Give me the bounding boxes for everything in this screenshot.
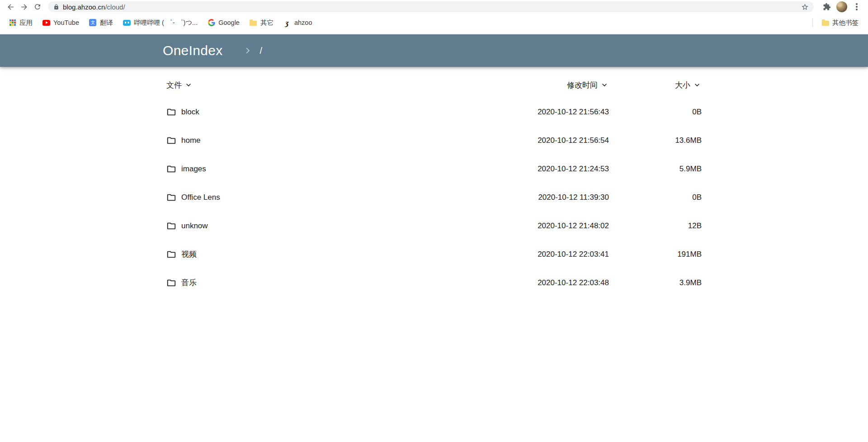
site-header: OneIndex / <box>0 34 868 67</box>
sort-by-size[interactable]: 大小 <box>675 80 702 90</box>
file-name: images <box>181 165 206 174</box>
file-name: Office Lens <box>181 193 220 202</box>
other-bookmarks-button[interactable]: 其他书签 <box>817 17 863 29</box>
file-modified: 2020-10-12 21:24:53 <box>460 165 609 174</box>
youtube-icon <box>42 20 50 26</box>
bookmark-label: 应用 <box>19 19 33 27</box>
file-table: 文件 修改时间 大小 <box>163 67 705 297</box>
back-icon <box>6 3 15 11</box>
bookmark-label: YouTube <box>53 19 79 26</box>
bookmark-translate[interactable]: 文 翻译 <box>85 17 117 29</box>
address-bar[interactable]: blog.ahzoo.cn/cloud/ <box>48 1 814 12</box>
column-size-label: 大小 <box>675 80 690 90</box>
file-size: 0B <box>609 108 702 117</box>
forward-button[interactable] <box>17 1 31 13</box>
breadcrumb-root[interactable]: / <box>260 46 263 56</box>
other-bookmarks-group: 其他书签 <box>808 17 863 29</box>
chevron-down-icon <box>693 80 702 89</box>
browser-menu-button[interactable] <box>850 1 863 13</box>
file-list: block 2020-10-12 21:56:43 0B home 2020-1… <box>163 98 705 297</box>
folder-icon <box>166 221 176 231</box>
file-modified: 2020-10-12 21:56:43 <box>460 108 609 117</box>
file-row[interactable]: Office Lens 2020-10-12 11:39:30 0B <box>163 183 705 212</box>
table-header-row: 文件 修改时间 大小 <box>163 72 705 98</box>
folder-icon <box>821 19 829 27</box>
file-modified: 2020-10-12 11:39:30 <box>460 193 609 202</box>
bookmark-star-button[interactable] <box>799 2 810 12</box>
puzzle-icon <box>823 3 831 11</box>
reload-button[interactable] <box>31 1 44 13</box>
google-g-icon <box>208 19 215 26</box>
file-name: home <box>181 136 201 145</box>
bookmark-google[interactable]: Google <box>203 17 244 28</box>
bookmark-youtube[interactable]: YouTube <box>38 17 83 28</box>
file-row[interactable]: home 2020-10-12 21:56:54 13.6MB <box>163 126 705 155</box>
file-size: 5.9MB <box>609 165 702 174</box>
folder-icon <box>166 164 176 174</box>
back-button[interactable] <box>4 1 17 13</box>
file-size: 12B <box>609 221 702 230</box>
chevron-down-icon <box>600 80 609 89</box>
other-bookmarks-label: 其他书签 <box>832 19 859 27</box>
extensions-button[interactable] <box>820 1 834 13</box>
bookmark-label: 哔哩哔哩 ( ゜- ゜)つ... <box>134 19 198 27</box>
reload-icon <box>33 3 42 11</box>
apps-grid-icon <box>9 19 16 26</box>
folder-icon <box>166 278 176 288</box>
bookmark-bilibili[interactable]: 哔哩哔哩 ( ゜- ゜)つ... <box>119 17 202 29</box>
file-size: 13.6MB <box>609 136 702 145</box>
file-modified: 2020-10-12 21:48:02 <box>460 221 609 230</box>
bookmark-folder[interactable]: 其它 <box>245 17 278 29</box>
folder-icon <box>166 193 176 202</box>
file-name: unknow <box>181 221 208 230</box>
bookmarks-divider <box>812 18 813 27</box>
browser-toolbar: blog.ahzoo.cn/cloud/ <box>0 0 868 14</box>
bookmarks-left: 应用 YouTube 文 翻译 哔哩哔哩 ( ゜- ゜)つ... Google … <box>5 17 316 29</box>
file-modified: 2020-10-12 22:03:41 <box>460 250 609 259</box>
file-row[interactable]: unknow 2020-10-12 21:48:02 12B <box>163 212 705 240</box>
bookmark-label: Google <box>218 19 240 26</box>
profile-avatar[interactable] <box>836 1 847 12</box>
bilibili-icon <box>123 20 131 26</box>
file-name: 音乐 <box>181 277 197 288</box>
file-modified: 2020-10-12 21:56:54 <box>460 136 609 145</box>
file-row[interactable]: 视频 2020-10-12 22:03:41 191MB <box>163 240 705 268</box>
file-row[interactable]: 音乐 2020-10-12 22:03:48 3.9MB <box>163 268 705 297</box>
bookmark-label: ahzoo <box>294 19 312 26</box>
bookmark-label: 其它 <box>260 19 274 27</box>
column-modified-label: 修改时间 <box>567 80 598 90</box>
folder-icon <box>166 107 176 117</box>
sort-by-name[interactable]: 文件 <box>166 80 193 90</box>
file-name: 视频 <box>181 249 197 259</box>
file-modified: 2020-10-12 22:03:48 <box>460 278 609 287</box>
file-name: block <box>181 108 199 117</box>
translate-icon: 文 <box>89 19 96 26</box>
bookmarks-bar: 应用 YouTube 文 翻译 哔哩哔哩 ( ゜- ゜)つ... Google … <box>0 14 868 32</box>
folder-icon <box>166 249 176 259</box>
bookmark-ahzoo[interactable]: ʒ ahzoo <box>279 17 316 28</box>
chevron-down-icon <box>184 80 193 89</box>
file-row[interactable]: block 2020-10-12 21:56:43 0B <box>163 98 705 126</box>
site-title[interactable]: OneIndex <box>163 43 223 58</box>
star-icon <box>801 3 809 11</box>
bookmark-label: 翻译 <box>100 19 113 27</box>
file-row[interactable]: images 2020-10-12 21:24:53 5.9MB <box>163 155 705 183</box>
bookmark-apps[interactable]: 应用 <box>5 17 37 29</box>
sort-by-modified[interactable]: 修改时间 <box>567 80 609 90</box>
file-size: 3.9MB <box>609 278 702 287</box>
chevron-right-icon <box>242 45 254 56</box>
folder-icon <box>250 21 257 26</box>
lock-icon <box>53 4 59 10</box>
column-name-label: 文件 <box>166 80 182 90</box>
forward-icon <box>20 3 28 11</box>
folder-icon <box>166 136 176 146</box>
file-size: 191MB <box>609 250 702 259</box>
url-text: blog.ahzoo.cn/cloud/ <box>63 3 125 11</box>
ahzoo-icon: ʒ <box>285 19 290 27</box>
kebab-menu-icon <box>856 3 858 10</box>
file-size: 0B <box>609 193 702 202</box>
